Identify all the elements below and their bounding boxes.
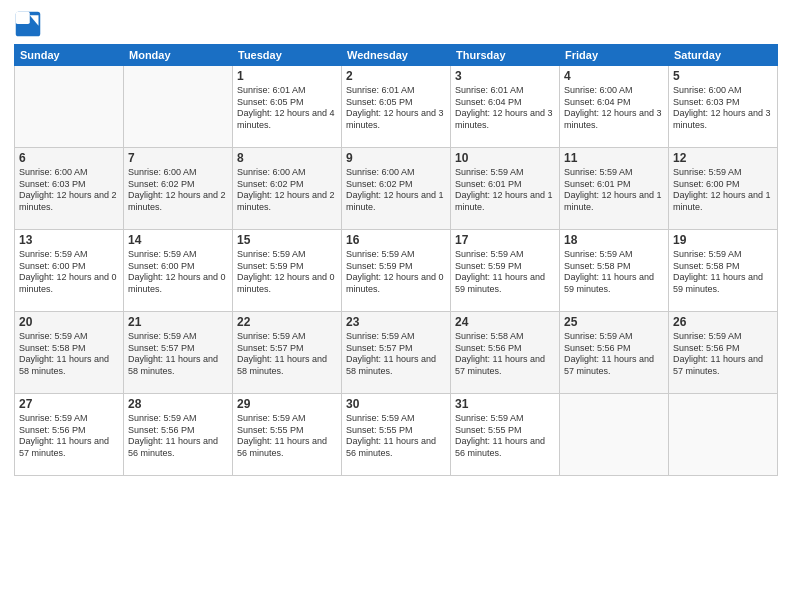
day-number: 26 [673,315,773,329]
weekday-header-wednesday: Wednesday [342,45,451,66]
calendar-cell [15,66,124,148]
day-number: 11 [564,151,664,165]
calendar-cell: 26Sunrise: 5:59 AMSunset: 5:56 PMDayligh… [669,312,778,394]
calendar-cell [669,394,778,476]
cell-text: Sunrise: 5:59 AMSunset: 6:00 PMDaylight:… [128,249,228,296]
weekday-header-saturday: Saturday [669,45,778,66]
day-number: 15 [237,233,337,247]
cell-text: Sunrise: 6:01 AMSunset: 6:04 PMDaylight:… [455,85,555,132]
day-number: 3 [455,69,555,83]
day-number: 13 [19,233,119,247]
day-number: 31 [455,397,555,411]
calendar-cell: 17Sunrise: 5:59 AMSunset: 5:59 PMDayligh… [451,230,560,312]
cell-text: Sunrise: 6:00 AMSunset: 6:03 PMDaylight:… [19,167,119,214]
calendar-cell: 24Sunrise: 5:58 AMSunset: 5:56 PMDayligh… [451,312,560,394]
calendar-cell: 11Sunrise: 5:59 AMSunset: 6:01 PMDayligh… [560,148,669,230]
day-number: 8 [237,151,337,165]
cell-text: Sunrise: 6:00 AMSunset: 6:02 PMDaylight:… [346,167,446,214]
calendar-cell: 1Sunrise: 6:01 AMSunset: 6:05 PMDaylight… [233,66,342,148]
cell-text: Sunrise: 6:00 AMSunset: 6:02 PMDaylight:… [128,167,228,214]
day-number: 30 [346,397,446,411]
calendar-cell [124,66,233,148]
cell-text: Sunrise: 5:59 AMSunset: 5:59 PMDaylight:… [346,249,446,296]
calendar-cell: 28Sunrise: 5:59 AMSunset: 5:56 PMDayligh… [124,394,233,476]
logo-icon [14,10,42,38]
day-number: 23 [346,315,446,329]
cell-text: Sunrise: 6:01 AMSunset: 6:05 PMDaylight:… [346,85,446,132]
calendar-cell: 2Sunrise: 6:01 AMSunset: 6:05 PMDaylight… [342,66,451,148]
cell-text: Sunrise: 5:59 AMSunset: 5:59 PMDaylight:… [237,249,337,296]
day-number: 4 [564,69,664,83]
cell-text: Sunrise: 5:59 AMSunset: 6:00 PMDaylight:… [19,249,119,296]
cell-text: Sunrise: 5:59 AMSunset: 6:00 PMDaylight:… [673,167,773,214]
day-number: 20 [19,315,119,329]
calendar-cell: 22Sunrise: 5:59 AMSunset: 5:57 PMDayligh… [233,312,342,394]
calendar-cell: 8Sunrise: 6:00 AMSunset: 6:02 PMDaylight… [233,148,342,230]
week-row-2: 6Sunrise: 6:00 AMSunset: 6:03 PMDaylight… [15,148,778,230]
calendar-cell: 12Sunrise: 5:59 AMSunset: 6:00 PMDayligh… [669,148,778,230]
day-number: 17 [455,233,555,247]
calendar: SundayMondayTuesdayWednesdayThursdayFrid… [14,44,778,476]
cell-text: Sunrise: 5:59 AMSunset: 5:58 PMDaylight:… [564,249,664,296]
day-number: 27 [19,397,119,411]
calendar-cell: 5Sunrise: 6:00 AMSunset: 6:03 PMDaylight… [669,66,778,148]
cell-text: Sunrise: 5:59 AMSunset: 5:55 PMDaylight:… [237,413,337,460]
day-number: 25 [564,315,664,329]
day-number: 21 [128,315,228,329]
day-number: 2 [346,69,446,83]
cell-text: Sunrise: 5:59 AMSunset: 5:57 PMDaylight:… [346,331,446,378]
calendar-cell [560,394,669,476]
cell-text: Sunrise: 5:59 AMSunset: 6:01 PMDaylight:… [455,167,555,214]
cell-text: Sunrise: 5:59 AMSunset: 5:56 PMDaylight:… [673,331,773,378]
calendar-cell: 31Sunrise: 5:59 AMSunset: 5:55 PMDayligh… [451,394,560,476]
calendar-cell: 30Sunrise: 5:59 AMSunset: 5:55 PMDayligh… [342,394,451,476]
calendar-cell: 15Sunrise: 5:59 AMSunset: 5:59 PMDayligh… [233,230,342,312]
weekday-header-row: SundayMondayTuesdayWednesdayThursdayFrid… [15,45,778,66]
page: SundayMondayTuesdayWednesdayThursdayFrid… [0,0,792,612]
calendar-cell: 10Sunrise: 5:59 AMSunset: 6:01 PMDayligh… [451,148,560,230]
calendar-cell: 25Sunrise: 5:59 AMSunset: 5:56 PMDayligh… [560,312,669,394]
calendar-cell: 27Sunrise: 5:59 AMSunset: 5:56 PMDayligh… [15,394,124,476]
day-number: 1 [237,69,337,83]
calendar-cell: 14Sunrise: 5:59 AMSunset: 6:00 PMDayligh… [124,230,233,312]
calendar-cell: 23Sunrise: 5:59 AMSunset: 5:57 PMDayligh… [342,312,451,394]
week-row-3: 13Sunrise: 5:59 AMSunset: 6:00 PMDayligh… [15,230,778,312]
day-number: 18 [564,233,664,247]
cell-text: Sunrise: 6:00 AMSunset: 6:04 PMDaylight:… [564,85,664,132]
week-row-4: 20Sunrise: 5:59 AMSunset: 5:58 PMDayligh… [15,312,778,394]
cell-text: Sunrise: 5:59 AMSunset: 5:59 PMDaylight:… [455,249,555,296]
cell-text: Sunrise: 5:59 AMSunset: 5:56 PMDaylight:… [128,413,228,460]
day-number: 10 [455,151,555,165]
cell-text: Sunrise: 5:59 AMSunset: 5:55 PMDaylight:… [346,413,446,460]
cell-text: Sunrise: 5:59 AMSunset: 5:57 PMDaylight:… [128,331,228,378]
header [14,10,778,38]
calendar-cell: 3Sunrise: 6:01 AMSunset: 6:04 PMDaylight… [451,66,560,148]
day-number: 5 [673,69,773,83]
weekday-header-tuesday: Tuesday [233,45,342,66]
day-number: 14 [128,233,228,247]
day-number: 28 [128,397,228,411]
cell-text: Sunrise: 5:59 AMSunset: 5:57 PMDaylight:… [237,331,337,378]
calendar-cell: 9Sunrise: 6:00 AMSunset: 6:02 PMDaylight… [342,148,451,230]
day-number: 16 [346,233,446,247]
cell-text: Sunrise: 5:59 AMSunset: 5:55 PMDaylight:… [455,413,555,460]
cell-text: Sunrise: 5:59 AMSunset: 5:56 PMDaylight:… [19,413,119,460]
week-row-5: 27Sunrise: 5:59 AMSunset: 5:56 PMDayligh… [15,394,778,476]
weekday-header-sunday: Sunday [15,45,124,66]
logo [14,10,46,38]
weekday-header-thursday: Thursday [451,45,560,66]
svg-rect-2 [16,12,30,24]
weekday-header-monday: Monday [124,45,233,66]
day-number: 9 [346,151,446,165]
cell-text: Sunrise: 6:01 AMSunset: 6:05 PMDaylight:… [237,85,337,132]
week-row-1: 1Sunrise: 6:01 AMSunset: 6:05 PMDaylight… [15,66,778,148]
calendar-cell: 21Sunrise: 5:59 AMSunset: 5:57 PMDayligh… [124,312,233,394]
day-number: 19 [673,233,773,247]
calendar-cell: 16Sunrise: 5:59 AMSunset: 5:59 PMDayligh… [342,230,451,312]
day-number: 12 [673,151,773,165]
calendar-cell: 6Sunrise: 6:00 AMSunset: 6:03 PMDaylight… [15,148,124,230]
calendar-cell: 19Sunrise: 5:59 AMSunset: 5:58 PMDayligh… [669,230,778,312]
cell-text: Sunrise: 5:58 AMSunset: 5:56 PMDaylight:… [455,331,555,378]
cell-text: Sunrise: 5:59 AMSunset: 6:01 PMDaylight:… [564,167,664,214]
day-number: 24 [455,315,555,329]
